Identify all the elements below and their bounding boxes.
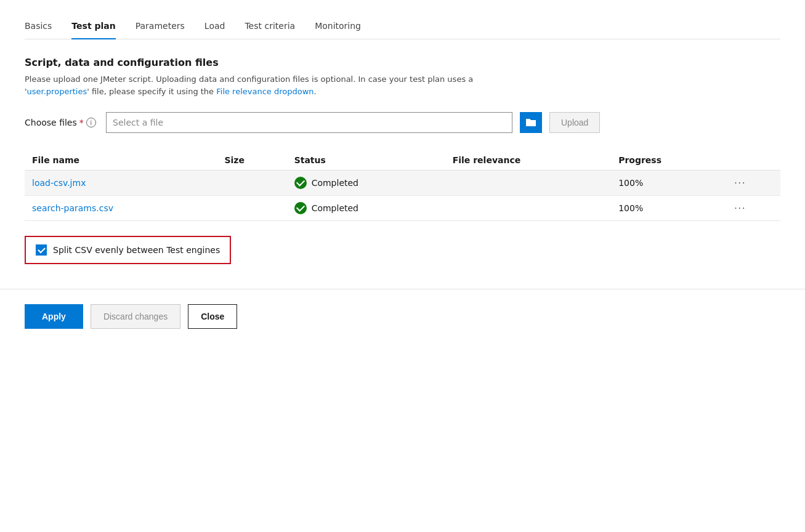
section-description: Please upload one JMeter script. Uploadi…: [25, 73, 530, 97]
upload-button[interactable]: Upload: [549, 112, 600, 133]
split-csv-label: Split CSV evenly between Test engines: [53, 245, 220, 255]
info-icon[interactable]: i: [86, 118, 96, 127]
required-star: *: [79, 118, 84, 127]
cell-filename-0[interactable]: load-csv.jmx: [25, 171, 217, 196]
discard-changes-button[interactable]: Discard changes: [91, 304, 180, 329]
more-options-button-1[interactable]: ···: [734, 203, 746, 214]
col-size: Size: [217, 150, 286, 171]
tab-basics[interactable]: Basics: [25, 15, 52, 39]
tab-load[interactable]: Load: [204, 15, 225, 39]
tab-test-criteria[interactable]: Test criteria: [245, 15, 295, 39]
col-file-relevance: File relevance: [445, 150, 611, 171]
cell-relevance-1: [445, 196, 611, 221]
status-text-0: Completed: [312, 178, 358, 188]
cell-more-0[interactable]: ···: [727, 171, 780, 196]
file-relevance-link[interactable]: user.properties: [27, 87, 87, 96]
col-status: Status: [287, 150, 445, 171]
cell-filename-1[interactable]: search-params.csv: [25, 196, 217, 221]
file-relevance-dropdown-link[interactable]: File relevance dropdown: [216, 87, 314, 96]
choose-files-label: Choose files * i: [25, 118, 99, 127]
table-header: File name Size Status File relevance Pro…: [25, 150, 780, 171]
apply-button[interactable]: Apply: [25, 304, 83, 329]
tab-parameters[interactable]: Parameters: [136, 15, 185, 39]
file-input[interactable]: Select a file: [106, 112, 512, 133]
choose-files-row: Choose files * i Select a file Upload: [25, 112, 780, 133]
cell-more-1[interactable]: ···: [727, 196, 780, 221]
status-text-1: Completed: [312, 203, 358, 213]
split-csv-checkbox[interactable]: [36, 244, 47, 256]
close-button[interactable]: Close: [188, 304, 237, 329]
table-body: load-csv.jmx Completed 100% ··· search-: [25, 171, 780, 221]
table-row: search-params.csv Completed 100% ···: [25, 196, 780, 221]
file-input-placeholder: Select a file: [113, 118, 163, 127]
status-check-icon-0: [294, 177, 307, 189]
cell-size-0: [217, 171, 286, 196]
tab-test-plan[interactable]: Test plan: [71, 15, 115, 39]
cell-size-1: [217, 196, 286, 221]
status-check-icon-1: [294, 202, 307, 214]
col-progress: Progress: [611, 150, 727, 171]
tab-monitoring[interactable]: Monitoring: [315, 15, 361, 39]
col-actions: [727, 150, 780, 171]
section-title: Script, data and configuration files: [25, 57, 780, 68]
tab-bar: Basics Test plan Parameters Load Test cr…: [25, 15, 780, 39]
folder-icon: [525, 118, 536, 127]
more-options-button-0[interactable]: ···: [734, 177, 746, 188]
cell-progress-0: 100%: [611, 171, 727, 196]
footer-actions: Apply Discard changes Close: [25, 289, 780, 344]
split-csv-checkbox-container[interactable]: Split CSV evenly between Test engines: [25, 236, 231, 264]
files-table: File name Size Status File relevance Pro…: [25, 150, 780, 221]
cell-status-1: Completed: [287, 196, 445, 221]
cell-relevance-0: [445, 171, 611, 196]
cell-status-0: Completed: [287, 171, 445, 196]
table-row: load-csv.jmx Completed 100% ···: [25, 171, 780, 196]
browse-folder-button[interactable]: [520, 112, 542, 133]
col-filename: File name: [25, 150, 217, 171]
cell-progress-1: 100%: [611, 196, 727, 221]
